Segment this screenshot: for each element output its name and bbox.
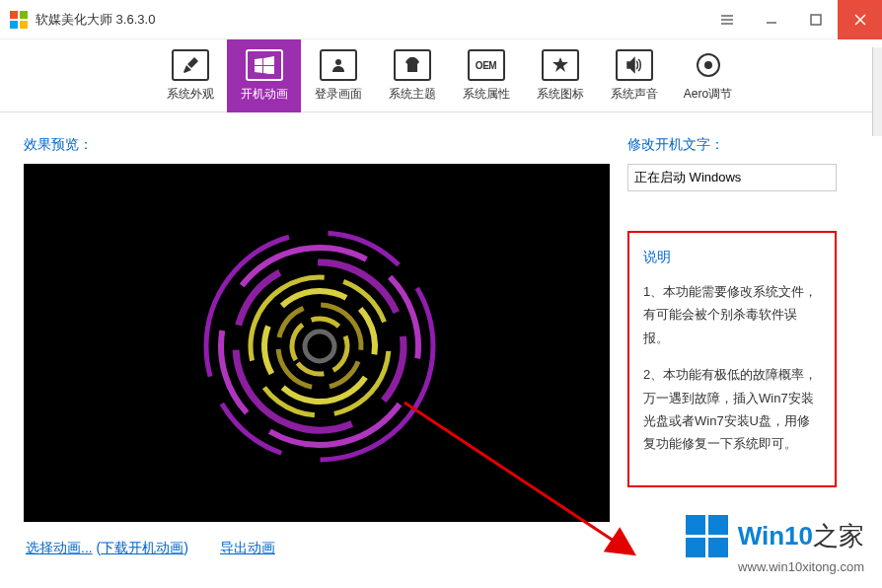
svg-rect-2 bbox=[10, 21, 18, 29]
maximize-button[interactable] bbox=[793, 0, 838, 39]
main-toolbar: 系统外观 开机动画 登录画面 系统主题 OEM 系统属性 系统图标 系统声音 A… bbox=[0, 39, 882, 112]
titlebar-controls bbox=[704, 0, 882, 39]
user-icon bbox=[320, 49, 357, 81]
tab-login-screen[interactable]: 登录画面 bbox=[301, 39, 375, 112]
win10-logo-icon bbox=[686, 515, 728, 557]
edit-text-label: 修改开机文字： bbox=[627, 136, 837, 154]
svg-point-7 bbox=[704, 61, 712, 69]
preview-label: 效果预览： bbox=[24, 136, 610, 154]
tab-system-icons[interactable]: 系统图标 bbox=[523, 39, 597, 112]
tab-system-theme[interactable]: 系统主题 bbox=[375, 39, 449, 112]
sound-icon bbox=[616, 49, 653, 81]
star-icon bbox=[542, 49, 579, 81]
boot-animation-preview bbox=[24, 164, 610, 522]
svg-rect-0 bbox=[10, 11, 18, 19]
boot-text-input[interactable] bbox=[627, 164, 837, 191]
svg-point-12 bbox=[245, 271, 396, 422]
windows-icon bbox=[246, 49, 283, 81]
svg-point-14 bbox=[282, 309, 357, 384]
notice-box: 说明 1、本功能需要修改系统文件，有可能会被个别杀毒软件误报。 2、本功能有极低… bbox=[627, 231, 837, 487]
svg-point-5 bbox=[335, 59, 341, 65]
brush-icon bbox=[172, 49, 209, 81]
shirt-icon bbox=[394, 49, 431, 81]
notice-item-1: 1、本功能需要修改系统文件，有可能会被个别杀毒软件误报。 bbox=[643, 280, 821, 349]
minimize-button[interactable] bbox=[749, 0, 793, 39]
tab-boot-animation[interactable]: 开机动画 bbox=[227, 39, 301, 112]
svg-rect-3 bbox=[20, 21, 28, 29]
watermark: Win10之家 www.win10xitong.com bbox=[686, 515, 864, 574]
notice-title: 说明 bbox=[643, 249, 821, 266]
tab-system-appearance[interactable]: 系统外观 bbox=[153, 39, 227, 112]
svg-point-15 bbox=[305, 331, 334, 361]
animation-graphic bbox=[191, 218, 448, 475]
close-button[interactable] bbox=[838, 0, 882, 39]
watermark-brand: Win10之家 bbox=[738, 519, 864, 553]
svg-point-11 bbox=[231, 257, 407, 434]
content-area: 效果预览： 修改开机文字： 说明 1、本功能需要修改系统文件 bbox=[0, 112, 882, 546]
app-title: 软媒美化大师 3.6.3.0 bbox=[36, 11, 155, 29]
svg-point-9 bbox=[191, 218, 448, 475]
download-animation-link[interactable]: 下载开机动画 bbox=[101, 540, 184, 555]
svg-point-8 bbox=[206, 233, 433, 460]
svg-rect-4 bbox=[811, 15, 821, 25]
export-animation-link[interactable]: 导出动画 bbox=[220, 540, 275, 557]
titlebar: 软媒美化大师 3.6.3.0 bbox=[0, 0, 882, 39]
svg-rect-1 bbox=[20, 11, 28, 19]
svg-point-10 bbox=[212, 239, 427, 454]
app-icon bbox=[10, 11, 28, 29]
side-panel-stub bbox=[872, 47, 882, 136]
tab-aero[interactable]: Aero调节 bbox=[671, 39, 745, 112]
oem-icon: OEM bbox=[468, 49, 505, 81]
notice-item-2: 2、本功能有极低的故障概率，万一遇到故障，插入Win7安装光盘或者Win7安装U… bbox=[643, 363, 821, 456]
tab-system-properties[interactable]: OEM 系统属性 bbox=[449, 39, 523, 112]
select-animation-link[interactable]: 选择动画... bbox=[26, 540, 93, 555]
bottom-links: 选择动画... (下载开机动画) 导出动画 bbox=[26, 540, 275, 557]
watermark-url: www.win10xitong.com bbox=[686, 559, 864, 574]
aero-icon bbox=[690, 49, 727, 81]
tab-system-sound[interactable]: 系统声音 bbox=[597, 39, 671, 112]
menu-button[interactable] bbox=[704, 0, 749, 39]
